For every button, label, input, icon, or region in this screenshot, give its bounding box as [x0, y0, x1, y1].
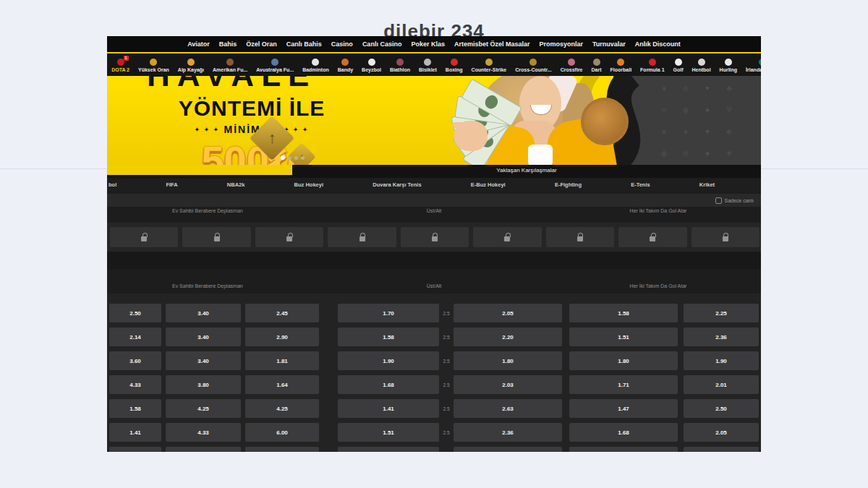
sport-item[interactable]: İrlanda Futb... [746, 59, 761, 72]
odds-cell[interactable]: 3.60 [109, 351, 161, 370]
tab-item[interactable]: FIFA [166, 181, 177, 188]
odds-cell[interactable]: 4.25 [166, 399, 241, 418]
odds-cell[interactable]: 2.50 [109, 304, 161, 322]
sport-item[interactable]: Formula 1 [640, 59, 664, 72]
odds-cell[interactable]: 2.20 [454, 328, 562, 346]
sport-item[interactable]: Avustralya Fu... [256, 59, 294, 72]
odds-cell[interactable]: 4.25 [245, 399, 319, 418]
sport-item[interactable]: Dart [592, 59, 602, 72]
sport-item[interactable]: Beyzbol [362, 59, 381, 72]
promo-banner[interactable]: ♦♠♥♣♠♦♣♥♠♦♥♣♦♠♣♥♦♠♥♣♠♦♣♥♠♦♥♣♦♠♣♥♦♠♥♣♠♦♣♥… [107, 76, 761, 165]
sport-item[interactable]: Bisiklet [419, 59, 437, 72]
locked-odds-cell[interactable] [255, 227, 323, 247]
carousel-dot[interactable] [294, 156, 298, 160]
nav-item[interactable]: Aviator [187, 40, 210, 48]
odds-cell[interactable]: 1.71 [569, 375, 678, 394]
odds-cell[interactable]: 4.33 [109, 375, 161, 394]
odds-cell[interactable]: 2.63 [454, 399, 562, 418]
tab-item[interactable]: Duvara Karşı Tenis [373, 181, 421, 188]
odds-cell[interactable]: 2.5 [439, 375, 454, 394]
odds-cell[interactable]: 3.80 [166, 375, 241, 394]
odds-cell[interactable]: 1.47 [569, 399, 678, 418]
nav-item[interactable]: Artemisbet Özel Masalar [454, 40, 530, 48]
odds-cell[interactable]: 1.81 [245, 351, 319, 370]
sport-item[interactable]: Bandy [338, 59, 353, 72]
odds-cell[interactable]: 1.58 [338, 328, 439, 346]
odds-cell[interactable]: 2.90 [245, 328, 319, 346]
odds-cell[interactable]: 1.90 [338, 351, 439, 370]
tab-item[interactable]: bol [109, 181, 116, 188]
odds-cell[interactable]: 1.51 [569, 328, 678, 346]
odds-cell[interactable]: 2.50 [684, 399, 759, 418]
sport-item[interactable]: Golf [673, 59, 684, 72]
odds-cell[interactable]: 6.00 [245, 423, 319, 442]
sport-item[interactable]: Badminton [302, 59, 329, 72]
odds-cell[interactable]: 3.40 [166, 351, 241, 370]
odds-cell[interactable]: 2.45 [245, 304, 319, 322]
locked-odds-cell[interactable] [328, 227, 396, 247]
nav-item[interactable]: Casino [331, 40, 353, 48]
tab-item[interactable]: NBA2k [227, 181, 245, 188]
locked-odds-cell[interactable] [546, 227, 614, 247]
odds-cell[interactable] [166, 447, 241, 452]
odds-cell[interactable] [109, 447, 161, 452]
carousel-dot[interactable] [301, 156, 305, 160]
odds-cell[interactable]: 1.68 [569, 423, 678, 442]
odds-cell[interactable]: 2.03 [454, 375, 562, 394]
sport-item[interactable]: Amerikan Fu... [213, 59, 247, 72]
odds-cell[interactable]: 1.64 [245, 375, 319, 394]
odds-cell[interactable]: 2.05 [684, 423, 759, 442]
odds-cell[interactable]: 1.41 [109, 423, 161, 442]
carousel-dot[interactable] [288, 156, 292, 160]
locked-odds-cell[interactable] [692, 227, 760, 247]
nav-item[interactable]: Poker Klas [411, 40, 445, 48]
tab-item[interactable]: E-Fighting [555, 181, 582, 188]
odds-cell[interactable]: 2.5 [439, 328, 454, 346]
odds-cell[interactable] [569, 447, 678, 452]
odds-cell[interactable] [439, 447, 454, 452]
tab-item[interactable]: E-Tenis [631, 181, 650, 188]
tab-item[interactable]: E-Buz Hokeyi [471, 181, 506, 188]
odds-cell[interactable] [245, 447, 319, 452]
odds-cell[interactable]: 2.05 [454, 304, 562, 322]
locked-odds-cell[interactable] [473, 227, 541, 247]
sport-item[interactable]: Boxing [446, 59, 463, 72]
odds-cell[interactable]: 3.40 [166, 328, 241, 346]
odds-cell[interactable] [454, 447, 562, 452]
locked-odds-cell[interactable] [110, 227, 178, 247]
nav-item[interactable]: Anlık Discount [635, 40, 681, 48]
odds-cell[interactable]: 2.5 [439, 423, 454, 442]
nav-item[interactable]: Bahis [219, 40, 237, 48]
locked-odds-cell[interactable] [401, 227, 469, 247]
sport-item[interactable]: 1 DOTA 2 [111, 59, 129, 72]
odds-cell[interactable]: 4.33 [166, 423, 241, 442]
sport-item[interactable]: Biathlon [390, 59, 410, 72]
sport-item[interactable]: Hurling [720, 59, 738, 72]
odds-cell[interactable]: 1.58 [109, 399, 161, 418]
odds-cell[interactable]: 1.58 [569, 304, 678, 322]
odds-cell[interactable]: 1.80 [569, 351, 678, 370]
tab-item[interactable]: Kriket [699, 181, 715, 188]
odds-cell[interactable] [684, 447, 759, 452]
sport-item[interactable]: Cross-Countr... [515, 59, 552, 72]
odds-cell[interactable]: 1.51 [338, 423, 439, 442]
odds-cell[interactable]: 2.5 [439, 304, 454, 322]
nav-item[interactable]: Promosyonlar [539, 40, 583, 48]
nav-item[interactable]: Canlı Bahis [286, 40, 322, 48]
odds-cell[interactable]: 3.40 [166, 304, 241, 322]
odds-cell[interactable] [338, 447, 439, 452]
carousel-dot[interactable] [281, 155, 285, 160]
locked-odds-cell[interactable] [182, 227, 250, 247]
odds-cell[interactable]: 1.90 [684, 351, 759, 370]
sport-item[interactable]: Crossfire [561, 59, 583, 72]
sport-item[interactable]: Alp Kayağı [178, 59, 204, 72]
odds-cell[interactable]: 1.80 [454, 351, 562, 370]
tab-item[interactable]: Buz Hokeyi [294, 181, 323, 188]
sport-item[interactable]: Hentbol [692, 59, 711, 72]
odds-cell[interactable]: 2.25 [684, 304, 759, 322]
live-only-checkbox[interactable] [715, 197, 722, 204]
odds-cell[interactable]: 2.5 [439, 351, 454, 370]
locked-odds-cell[interactable] [618, 227, 686, 247]
odds-cell[interactable]: 2.14 [109, 328, 161, 346]
nav-item[interactable]: Canlı Casino [362, 40, 402, 48]
